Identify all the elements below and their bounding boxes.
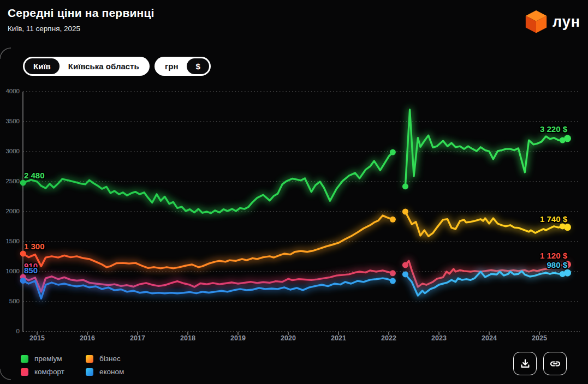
legend-label: преміум bbox=[34, 355, 62, 363]
currency-option-usd[interactable]: $ bbox=[187, 58, 209, 74]
price-widget: Середні ціни на первинці Київ, 11 серпня… bbox=[0, 0, 588, 384]
currency-option-uah[interactable]: грн bbox=[156, 58, 187, 74]
legend-label: комфорт bbox=[34, 368, 64, 376]
lun-cube-icon bbox=[524, 9, 549, 35]
legend-label: бізнес bbox=[99, 355, 121, 363]
page-subtitle: Київ, 11 серпня, 2025 bbox=[8, 25, 155, 33]
download-button[interactable] bbox=[513, 352, 537, 375]
legend-item-1: бізнес bbox=[86, 355, 121, 363]
legend-item-2: комфорт bbox=[21, 368, 64, 376]
region-toggle: Київ Київська область bbox=[23, 57, 150, 76]
region-option-kyiv[interactable]: Київ bbox=[25, 58, 60, 74]
legend-item-3: економ bbox=[86, 368, 124, 376]
lun-logo-text: лун bbox=[553, 14, 580, 31]
region-option-kyiv-oblast[interactable]: Київська область bbox=[60, 58, 148, 74]
legend-swatch bbox=[21, 368, 28, 376]
page-title: Середні ціни на первинці bbox=[8, 7, 155, 20]
link-icon bbox=[549, 357, 562, 370]
legend-swatch bbox=[86, 368, 93, 376]
legend-swatch bbox=[86, 355, 93, 363]
currency-toggle: грн $ bbox=[155, 57, 211, 76]
header: Середні ціни на первинці Київ, 11 серпня… bbox=[8, 7, 155, 33]
legend-item-0: преміум bbox=[21, 355, 62, 363]
download-icon bbox=[519, 358, 531, 370]
share-link-button[interactable] bbox=[543, 352, 567, 375]
legend-label: економ bbox=[99, 368, 124, 376]
legend-swatch bbox=[21, 355, 28, 363]
lun-logo: лун bbox=[524, 9, 580, 35]
